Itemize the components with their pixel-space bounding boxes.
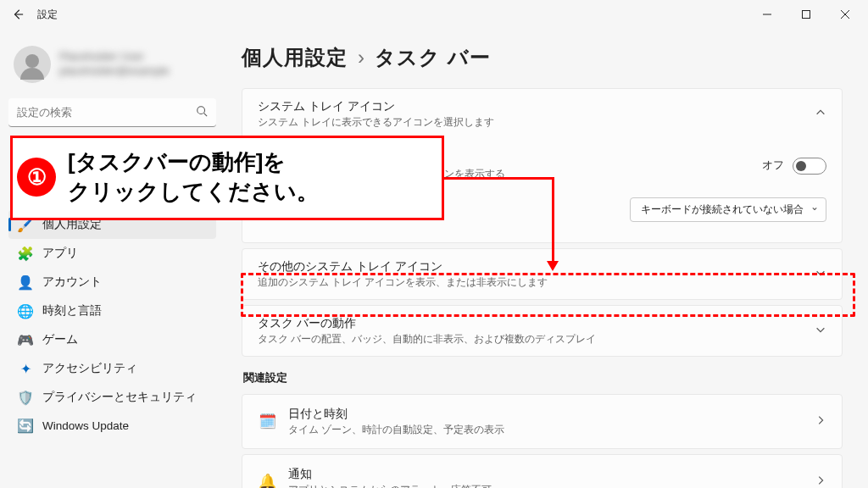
card-title: システム トレイ アイコン [258, 99, 494, 114]
nav-icon: 👤 [19, 275, 32, 289]
nav-label: ゲーム [42, 332, 78, 347]
annotation-arrow-head [547, 261, 559, 271]
search-icon [196, 105, 208, 120]
maximize-icon [802, 10, 810, 19]
nav-icon: 🔄 [19, 419, 32, 432]
breadcrumb: 個人用設定 › タスク バー [242, 44, 843, 71]
chevron-right-icon [815, 474, 826, 489]
annotation-badge: ① [17, 158, 56, 197]
sidebar-item[interactable]: ✦アクセシビリティ [8, 354, 216, 383]
sidebar-item[interactable]: 🌐時刻と言語 [8, 297, 216, 325]
chevron-right-icon [815, 414, 826, 430]
card-subtitle: システム トレイに表示できるアイコンを選択します [258, 116, 494, 129]
card-title: 通知 [288, 467, 492, 482]
maximize-button[interactable] [787, 1, 826, 28]
search-input[interactable] [8, 98, 216, 127]
breadcrumb-parent[interactable]: 個人用設定 [242, 44, 348, 71]
content: 個人用設定 › タスク バー システム トレイ アイコン システム トレイに表示… [225, 29, 868, 488]
nav-icon: ✦ [19, 362, 32, 375]
touch-keyboard-dropdown[interactable]: キーボードが接続されていない場合 [630, 197, 826, 222]
date-time-card[interactable]: 🗓️ 日付と時刻 タイム ゾーン、時計の自動設定、予定表の表示 [242, 394, 843, 449]
sidebar-item[interactable]: 🛡️プライバシーとセキュリティ [8, 383, 216, 412]
close-icon [841, 10, 849, 19]
card-subtitle: タスク バーの配置、バッジ、自動的に非表示、および複数のディスプレイ [258, 333, 596, 346]
calendar-icon: 🗓️ [258, 413, 276, 430]
breadcrumb-separator: › [358, 46, 364, 69]
nav-label: Windows Update [42, 419, 129, 432]
app-title: 設定 [37, 8, 58, 22]
back-button[interactable] [3, 0, 32, 29]
annotation-target-highlight [241, 273, 855, 317]
related-settings-label: 関連設定 [243, 370, 843, 385]
bell-icon: 🔔 [258, 473, 276, 488]
nav-label: 時刻と言語 [42, 303, 102, 319]
card-subtitle: タイム ゾーン、時計の自動設定、予定表の表示 [288, 424, 504, 436]
nav-label: アカウント [42, 274, 102, 290]
profile-name: Placeholder User [59, 50, 170, 64]
sidebar-item[interactable]: 🎮ゲーム [8, 325, 216, 354]
nav-icon: 🎮 [19, 333, 32, 347]
breadcrumb-current: タスク バー [375, 44, 491, 71]
notifications-card[interactable]: 🔔 通知 アプリとシステムからのアラート、応答不可 [242, 454, 843, 488]
card-title: 日付と時刻 [288, 407, 504, 422]
nav-label: プライバシーとセキュリティ [42, 390, 197, 405]
profile-email: placeholder@example [59, 64, 170, 79]
nav-icon: 🛡️ [19, 391, 32, 404]
sidebar-item[interactable]: 🧩アプリ [8, 239, 216, 268]
chevron-down-icon [815, 324, 826, 339]
window-controls [748, 1, 865, 28]
sidebar: Placeholder User placeholder@example 💠Bl… [0, 29, 225, 488]
nav-label: アクセシビリティ [42, 361, 137, 376]
nav-icon: 🧩 [19, 247, 32, 260]
annotation-text: [タスクバーの動作]を クリックしてください。 [68, 147, 319, 207]
minimize-icon [763, 10, 771, 19]
card-subtitle: アプリとシステムからのアラート、応答不可 [288, 484, 492, 488]
search-wrap [8, 98, 216, 127]
main-area: Placeholder User placeholder@example 💠Bl… [0, 29, 868, 488]
svg-rect-0 [803, 11, 810, 19]
chevron-up-icon [815, 107, 826, 122]
avatar [14, 46, 51, 83]
card-title: タスク バーの動作 [258, 316, 596, 331]
sidebar-item[interactable]: 👤アカウント [8, 268, 216, 297]
svg-point-1 [198, 107, 205, 114]
nav-label: アプリ [42, 246, 78, 261]
pen-menu-toggle[interactable] [793, 158, 826, 175]
profile-text: Placeholder User placeholder@example [59, 50, 170, 79]
minimize-button[interactable] [748, 1, 787, 28]
nav-icon: 🌐 [19, 304, 32, 318]
arrow-left-icon [12, 8, 24, 20]
annotation-arrow-h [444, 177, 554, 180]
toggle-label: オフ [762, 158, 784, 173]
titlebar: 設定 [0, 0, 868, 29]
profile-block[interactable]: Placeholder User placeholder@example [8, 36, 216, 98]
annotation-arrow-v [552, 177, 554, 262]
close-button[interactable] [826, 1, 865, 28]
sidebar-item[interactable]: 🔄Windows Update [8, 412, 216, 439]
